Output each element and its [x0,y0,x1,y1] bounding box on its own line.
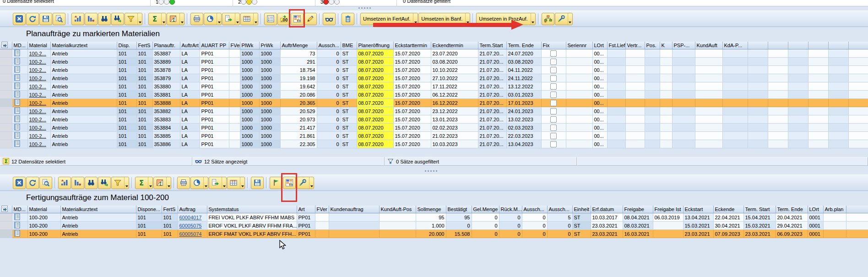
fix-checkbox[interactable] [550,83,557,90]
cell-aussch[interactable]: 0 [317,91,341,99]
dropdown-arrow[interactable] [309,177,314,189]
cell-seriennr[interactable] [566,49,592,58]
cell-kurztext[interactable]: Antrieb [50,140,117,148]
cell-disp[interactable]: 101 [117,140,136,148]
cell-art[interactable]: PP01 [297,213,315,222]
cell-bme[interactable]: ST [341,124,357,132]
table-row[interactable]: 100-2...Antrieb101101353882LAPP011000100… [0,107,868,115]
md-detail-icon[interactable] [12,58,27,66]
cell-disp[interactable]: 101 [117,99,136,107]
cell-menge[interactable]: 19.642 [280,82,317,91]
cell-termende[interactable]: 17.01.2023 [506,99,541,107]
cell-disp[interactable]: 101 [117,74,136,82]
views-button[interactable] [204,13,222,25]
cell-termstart[interactable]: 21.07.20... [478,74,506,82]
cell-psp[interactable] [672,49,695,58]
edit-button[interactable] [304,13,317,25]
choose-layout-button[interactable] [227,177,245,189]
column-header-einheit[interactable]: Einheit [572,206,591,213]
cell-auart[interactable]: PP01 [200,115,229,124]
cell-psp[interactable] [672,140,695,148]
cell-auftrart[interactable]: LA [180,58,200,66]
cell-fix[interactable] [541,49,566,58]
cell-_f1[interactable] [846,213,868,222]
cell-fver[interactable] [315,222,329,230]
cell-termstart[interactable]: 21.07.20... [478,140,506,148]
cell-auftrart[interactable]: LA [180,140,200,148]
splitter-handle[interactable] [425,170,437,172]
cell-eckstart[interactable]: 15.07.2020 [393,49,431,58]
cell-fix[interactable] [541,66,566,74]
cell-soll[interactable]: 95 [416,213,446,222]
cell-lort[interactable]: 00... [592,74,607,82]
cell-lort[interactable]: 00... [592,49,607,58]
table-row[interactable]: 100-200Antrieb10110160005075EROF VOKL PL… [0,222,868,230]
planauftraege-grid[interactable]: MD...MaterialMaterialkurztextDisp.FertSP… [0,42,868,148]
cell-kundauftpos[interactable] [379,213,416,222]
cell-aussch[interactable]: 0 [317,74,341,82]
cell-kurztext[interactable]: Antrieb [50,58,117,66]
cell-_f3[interactable] [788,107,808,115]
cell-fix[interactable] [541,91,566,99]
cell-termende[interactable]: 24.11.2022 [506,74,541,82]
cell-eckend[interactable]: 13.01.2023 [431,115,478,124]
cell-lort[interactable]: 00... [592,91,607,99]
cell-material[interactable]: 100-2... [27,82,50,91]
column-header-aussch2[interactable]: Aussch... [547,206,572,213]
md-detail-icon[interactable] [12,99,27,107]
material-link[interactable]: 100-2... [29,109,46,114]
cell-rueck[interactable]: 0 [499,222,522,230]
column-header-arbplan[interactable]: Arb.plan [823,206,846,213]
column-header-fver[interactable]: FVer [229,42,240,49]
cell-eckstart[interactable]: 15.03.2021 [683,222,713,230]
cell-vertr[interactable] [625,132,645,140]
cell-material[interactable]: 100-2... [27,140,50,148]
cell-_f1[interactable] [846,222,868,230]
md-detail-icon[interactable] [12,132,27,140]
choose-layout-button[interactable] [240,13,258,25]
cell-plwk[interactable]: 1000 [240,66,259,74]
column-header-prwk[interactable]: PrWk [259,42,280,49]
cell-einheit[interactable]: ST [572,230,591,238]
cell-menge[interactable]: 20.086 [280,91,317,99]
cell-_f2[interactable] [768,107,788,115]
cell-bme[interactable]: ST [341,74,357,82]
cell-planeroeffnung[interactable]: 08.07.2020 [357,91,393,99]
cell-freigabe[interactable]: 08.03.2021 [623,222,653,230]
fix-checkbox[interactable] [550,133,557,139]
fix-checkbox[interactable] [550,75,557,81]
cell-aussch[interactable]: 0 [317,58,341,66]
cell-termstart[interactable]: 21.07.20... [478,99,506,107]
cell-fver[interactable] [229,124,240,132]
cell-fix[interactable] [541,58,566,66]
cell-_f3[interactable] [788,99,808,107]
cell-kundenauftrag[interactable] [329,213,379,222]
cell-disp[interactable]: 101 [117,49,136,58]
cell-menge[interactable]: 22.305 [280,140,317,148]
cell-_f6[interactable] [848,66,868,74]
material-link[interactable]: 100-2... [29,76,46,81]
cell-_f3[interactable] [788,140,808,148]
cell-disp[interactable]: 101 [117,124,136,132]
md-detail-icon[interactable] [12,222,27,230]
cell-_f6[interactable] [848,124,868,132]
cell-eckende[interactable]: 22.04.2021 [713,213,743,222]
cell-bme[interactable]: ST [341,82,357,91]
column-header-eckend[interactable]: Eckendtermin [431,42,478,49]
cell-ferts[interactable]: 101 [136,82,152,91]
cell-_f6[interactable] [848,74,868,82]
sum-button[interactable]: Σ [135,177,153,189]
cell-eckend[interactable]: 23.12.2022 [431,107,478,115]
material-link[interactable]: 100-2... [29,125,46,130]
cell-_f2[interactable] [768,140,788,148]
cell-plwk[interactable]: 1000 [240,115,259,124]
cell-kdap[interactable] [722,124,748,132]
cell-fver[interactable] [229,74,240,82]
md-detail-icon[interactable] [12,82,27,91]
table-row[interactable]: 100-200Antrieb10110160005074EROF FMAT VO… [0,230,868,238]
column-header-soll[interactable]: Sollmenge [416,206,446,213]
cell-plwk[interactable]: 1000 [240,74,259,82]
cell-plwk[interactable]: 1000 [240,82,259,91]
cell-dispo[interactable]: 101 [136,222,162,230]
cell-plwk[interactable]: 1000 [240,49,259,58]
